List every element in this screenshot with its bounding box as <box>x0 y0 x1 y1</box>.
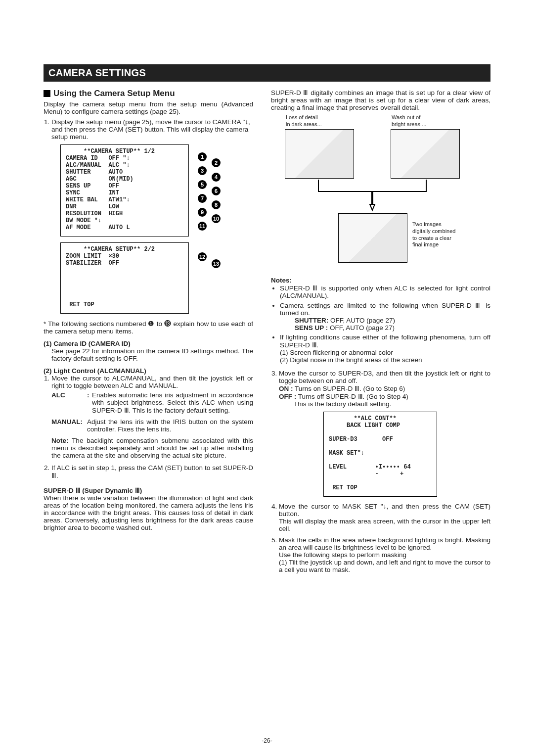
note-body: The backlight compensation submenu assoc… <box>51 437 253 459</box>
right-steps: Move the cursor to SUPER-D3, and then ti… <box>271 370 490 573</box>
callout-10: 10 <box>212 214 221 223</box>
sub2-step1: Move the cursor to ALC/MANUAL, and then … <box>51 375 253 459</box>
callout-13: 13 <box>212 259 221 268</box>
callout-1: 1 <box>198 152 207 161</box>
alc-body: Enables automatic lens iris adjustment i… <box>92 391 253 414</box>
note-2-text: Camera settings are limited to the follo… <box>280 302 490 317</box>
off-note: This is the factory default setting. <box>279 400 391 408</box>
alc-menu-content: **ALC CONT** BACK LIGHT COMP SUPER-D3 OF… <box>329 415 432 491</box>
alc-cont-menu: **ALC CONT** BACK LIGHT COMP SUPER-D3 OF… <box>323 412 437 497</box>
diagram-image-combined <box>338 213 407 263</box>
step-4-text: Move the cursor to MASK SET "↓, and then… <box>279 503 490 518</box>
sub2-heading: (2) Light Control (ALC/MANUAL) <box>44 367 253 375</box>
note-2b-val: OFF, AUTO (page 27) <box>330 324 395 331</box>
note-2a: SHUTTER: OFF, AUTO (page 27) <box>280 317 490 324</box>
note-3b: (2) Digital noise in the bright areas of… <box>280 356 422 364</box>
camera-setup-menu-2: **CAMERA SETUP** 2/2 ZOOM LIMIT ×30 STAB… <box>60 242 189 314</box>
step-4: Move the cursor to MASK SET "↓, and then… <box>279 503 490 532</box>
right-top-para: SUPER-D Ⅲ digitally combines an image th… <box>271 89 490 111</box>
callout-9: 9 <box>198 208 207 217</box>
callout-6: 6 <box>212 187 221 195</box>
diagram-image-left <box>285 129 354 179</box>
callout-7: 7 <box>198 194 207 203</box>
step-5: Mask the cells in the area where backgro… <box>279 536 490 573</box>
callout-11: 11 <box>198 222 207 231</box>
section-heading: Using the Camera Setup Menu <box>44 89 253 98</box>
section-heading-text: Using the Camera Setup Menu <box>53 89 175 98</box>
callout-2: 2 <box>212 158 221 167</box>
sub1-body: See page 22 for information on the camer… <box>44 347 253 362</box>
right-column: SUPER-D Ⅲ digitally combines an image th… <box>271 89 490 577</box>
combine-arrow-icon <box>283 180 461 214</box>
diagram-image-right <box>391 129 460 179</box>
callout-5: 5 <box>198 180 207 189</box>
menu2-content: **CAMERA SETUP** 2/2 ZOOM LIMIT ×30 STAB… <box>66 246 183 308</box>
callout-8: 8 <box>212 200 221 209</box>
step-list-left: Display the setup menu (page 25), move t… <box>44 118 253 141</box>
square-bullet-icon <box>44 90 50 97</box>
page-number: -26- <box>0 737 534 744</box>
note-2: Camera settings are limited to the follo… <box>280 301 490 331</box>
superd-diagram: Loss of detail in dark areas... Wash out… <box>283 114 490 273</box>
off-body: Turns off SUPER-D Ⅲ. (Go to Step 4) <box>298 393 408 400</box>
alc-colon: : <box>87 391 92 414</box>
note-3-text: If lighting conditions cause either of t… <box>280 333 490 349</box>
note-label: Note: <box>51 437 69 444</box>
alc-label: ALC <box>51 391 87 414</box>
sub2-step2: If ALC is set in step 1, press the CAM (… <box>51 464 253 479</box>
manual-label: MANUAL: <box>51 418 87 433</box>
step-3-text: Move the cursor to SUPER-D3, and then ti… <box>279 370 490 384</box>
callout-12: 12 <box>198 252 207 261</box>
on-body: Turns on SUPER-D Ⅲ. (Go to Step 6) <box>295 385 405 392</box>
step-4b-text: This will display the mask area screen, … <box>279 518 490 532</box>
sub2-step1-text: Move the cursor to ALC/MANUAL, and then … <box>51 375 253 389</box>
diagram-label-combined: Two images digitally combined to create … <box>412 221 455 248</box>
note-3: If lighting conditions cause either of t… <box>280 333 490 364</box>
off-label: OFF : <box>279 393 296 400</box>
manual-body: Adjust the lens iris with the IRIS butto… <box>87 418 253 433</box>
sub1-heading: (1) Camera ID (CAMERA ID) <box>44 340 253 347</box>
step-5-text: Mask the cells in the area where backgro… <box>279 536 490 551</box>
left-column: Using the Camera Setup Menu Display the … <box>44 89 253 577</box>
note-2b: SENS UP : OFF, AUTO (page 27) <box>280 324 490 331</box>
page-title-bar: CAMERA SETTINGS <box>44 64 490 82</box>
superd-heading: SUPER-D Ⅲ (Super Dynamic Ⅲ) <box>44 486 253 494</box>
footnote: * The following sections numbered ❶ to ⓭… <box>44 320 253 335</box>
note-block: Note: The backlight compensation submenu… <box>51 437 253 459</box>
callout-3: 3 <box>198 166 207 175</box>
diagram-label-bright: Wash out of bright areas ... <box>392 114 426 128</box>
intro-paragraph: Display the camera setup menu from the s… <box>44 100 253 115</box>
note-1: SUPER-D Ⅲ is supported only when ALC is … <box>280 284 490 299</box>
diagram-label-dark: Loss of detail in dark areas... <box>286 114 322 128</box>
note-2a-val: OFF, AUTO (page 27) <box>330 317 395 324</box>
note-2b-label: SENS UP : <box>295 324 328 331</box>
step-1: Display the setup menu (page 25), move t… <box>51 118 253 141</box>
camera-setup-menu-1: **CAMERA SETUP** 1/2 CAMERA ID OFF "↓ AL… <box>60 144 189 236</box>
on-label: ON : <box>279 385 293 392</box>
notes-list: SUPER-D Ⅲ is supported only when ALC is … <box>271 284 490 364</box>
superd-body: When there is wide variation between the… <box>44 494 253 531</box>
step-3: Move the cursor to SUPER-D3, and then ti… <box>279 370 490 497</box>
menu1-content: **CAMERA SETUP** 1/2 CAMERA ID OFF "↓ AL… <box>66 148 183 231</box>
callout-4: 4 <box>212 173 221 182</box>
step-5c-text: (1) Tilt the joystick up and down, and l… <box>279 559 490 573</box>
note-3a: (1) Screen flickering or abnormal color <box>280 349 393 356</box>
note-2a-label: SHUTTER: <box>295 317 328 324</box>
notes-heading: Notes: <box>271 277 490 284</box>
step-5b-text: Use the following steps to perform maski… <box>279 551 406 559</box>
sub2-list: Move the cursor to ALC/MANUAL, and then … <box>44 375 253 479</box>
